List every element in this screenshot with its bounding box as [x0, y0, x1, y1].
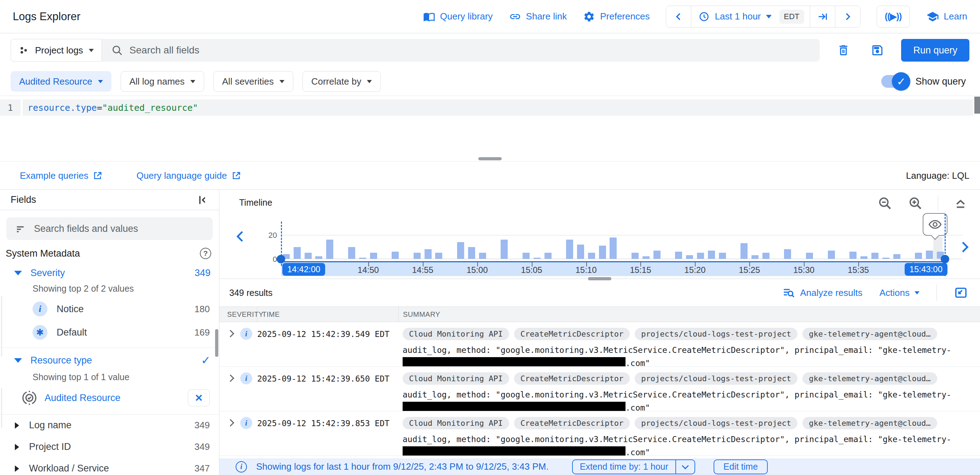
scroll-track-line [1, 296, 2, 357]
fields-search-input[interactable]: Search fields and values [6, 217, 213, 240]
preview-tooltip[interactable] [923, 213, 947, 236]
remove-resource-filter-button[interactable]: ✕ [188, 389, 210, 406]
editor-resize-handle[interactable] [478, 157, 502, 160]
stream-logs-button[interactable]: ((▶)) [877, 6, 910, 28]
time-back-button[interactable] [666, 6, 691, 27]
severity-showing-label: Showing top 2 of 2 values [0, 282, 219, 297]
y-axis-max-label: 20 [259, 231, 277, 240]
example-queries-link[interactable]: Example queries [20, 170, 103, 181]
field-count: 349 [194, 442, 210, 452]
resource-type-field-header[interactable]: Resource type ✓ [0, 348, 219, 371]
histogram-bar [294, 247, 301, 259]
summary-chip[interactable]: Cloud Monitoring API [402, 417, 509, 429]
help-icon[interactable]: ? [200, 248, 211, 259]
time-forward-button[interactable] [835, 6, 860, 27]
summary-chip[interactable]: projects/cloud-logs-test-project [635, 372, 797, 385]
timeline-pan-right[interactable] [957, 237, 972, 257]
clear-query-button[interactable] [837, 43, 850, 57]
expand-row-icon[interactable] [227, 330, 234, 337]
show-query-toggle[interactable]: ✓ [881, 75, 907, 88]
share-link-button[interactable]: Share link [509, 11, 567, 23]
save-query-button[interactable] [871, 43, 884, 57]
zoom-in-icon[interactable] [907, 195, 923, 211]
summary-chip[interactable]: Cloud Monitoring API [402, 328, 509, 340]
log-entry-row[interactable]: i2025-09-12 15:42:39.650 EDTCloud Monito… [220, 367, 980, 411]
collapse-panel-icon[interactable] [196, 194, 208, 206]
histogram-bar [609, 238, 617, 259]
severity-field-header[interactable]: Severity 349 [0, 262, 219, 282]
extend-time-button[interactable]: Extend time by: 1 hour [573, 460, 675, 473]
time-range-button[interactable]: Last 1 hour [691, 6, 778, 27]
trash-icon [837, 43, 850, 57]
correlate-by-chip[interactable]: Correlate by [302, 71, 381, 92]
extend-time-split-button: Extend time by: 1 hour [572, 459, 695, 474]
summary-chip[interactable]: CreateMetricDescriptor [514, 372, 630, 385]
search-all-fields-input[interactable]: Search all fields [102, 39, 820, 62]
severity-info-icon: i [240, 372, 252, 384]
sidebar-field-project-id[interactable]: Project ID349 [0, 436, 219, 457]
expand-results-icon[interactable] [954, 285, 968, 300]
summary-text: audit_log, method: "google.monitoring.v3… [402, 434, 972, 445]
actions-dropdown[interactable]: Actions [880, 287, 920, 298]
histogram-bar [643, 256, 649, 259]
resource-type-value-row[interactable]: Audited Resource ✕ [0, 386, 219, 411]
histogram-bar [784, 249, 791, 259]
collapse-timeline-icon[interactable] [953, 196, 968, 210]
timezone-badge[interactable]: EDT [780, 10, 804, 24]
triangle-right-icon [15, 422, 19, 429]
expand-row-icon[interactable] [227, 419, 234, 427]
query-library-button[interactable]: Query library [423, 11, 493, 23]
skip-to-end-icon [817, 11, 828, 22]
sidebar-field-log-name[interactable]: Log name349 [0, 414, 219, 436]
summary-chip[interactable]: Cloud Monitoring API [402, 372, 509, 385]
info-icon: i [235, 461, 247, 472]
summary-chip[interactable]: projects/cloud-logs-test-project [635, 417, 797, 429]
log-entry-row[interactable]: i2025-09-12 15:42:39.853 EDTCloud Monito… [220, 411, 980, 456]
histogram-bars[interactable] [283, 235, 944, 259]
resource-filter-chip[interactable]: Audited Resource [11, 71, 111, 92]
summary-chip[interactable]: CreateMetricDescriptor [514, 417, 630, 429]
y-axis-min-label: 0 [259, 255, 277, 264]
field-value-row[interactable]: ✱Default169 [0, 321, 219, 344]
analyze-results-button[interactable]: Analyze results [782, 286, 862, 299]
redaction-bar [402, 357, 625, 367]
asterisk-icon: ✱ [33, 325, 48, 340]
range-start-handle[interactable] [277, 255, 285, 263]
log-names-filter-chip[interactable]: All log names [121, 71, 204, 92]
summary-chip[interactable]: gke-telemetry-agent@cloud… [802, 417, 937, 429]
run-query-button[interactable]: Run query [901, 39, 969, 62]
query-editor[interactable]: 1 resource.type="audited_resource" [0, 96, 980, 161]
log-entry-row[interactable]: i2025-09-12 15:42:39.549 EDTCloud Monito… [220, 322, 980, 367]
preferences-button[interactable]: Preferences [583, 11, 649, 23]
summary-chip[interactable]: gke-telemetry-agent@cloud… [802, 372, 937, 385]
jump-to-now-button[interactable] [810, 6, 835, 27]
query-code[interactable]: resource.type="audited_resource" [23, 99, 973, 116]
log-scope-dropdown[interactable]: Project logs [11, 39, 102, 62]
histogram-bar [305, 253, 312, 259]
sidebar-scrollbar[interactable] [215, 329, 218, 357]
axis-tick-label: 15:25 [739, 265, 760, 275]
extend-time-caret-button[interactable] [675, 460, 695, 473]
chevron-down-icon [367, 80, 372, 83]
summary-chip[interactable]: projects/cloud-logs-test-project [635, 328, 797, 340]
summary-chip[interactable]: CreateMetricDescriptor [514, 328, 630, 340]
query-language-guide-link[interactable]: Query language guide [137, 170, 241, 181]
timeline-resize-handle[interactable] [588, 277, 611, 281]
summary-chip[interactable]: gke-telemetry-agent@cloud… [802, 328, 937, 340]
zoom-out-icon[interactable] [877, 195, 892, 211]
timestamp-cell: 2025-09-12 15:42:39.853 EDT [257, 417, 402, 456]
chevron-down-icon [280, 80, 285, 83]
learn-button[interactable]: Learn [926, 10, 967, 23]
severities-filter-chip[interactable]: All severities [213, 71, 293, 92]
logs-explorer-app: Logs Explorer Query library Share link P… [0, 0, 980, 475]
edit-time-button[interactable]: Edit time [714, 459, 768, 474]
editor-scrollbar[interactable] [974, 97, 980, 114]
chevron-down-icon [89, 49, 94, 52]
expand-row-icon[interactable] [227, 375, 234, 382]
range-end-handle[interactable] [941, 255, 949, 263]
time-selection-band[interactable]: 14:5014:5515:0015:0515:1015:1515:2015:25… [281, 261, 945, 276]
sidebar-field-workload-service[interactable]: Workload / Service347 [0, 457, 219, 475]
results-count: 349 results [229, 288, 272, 298]
field-value-row[interactable]: iNotice180 [0, 297, 219, 321]
timeline-pan-left[interactable] [234, 226, 248, 246]
